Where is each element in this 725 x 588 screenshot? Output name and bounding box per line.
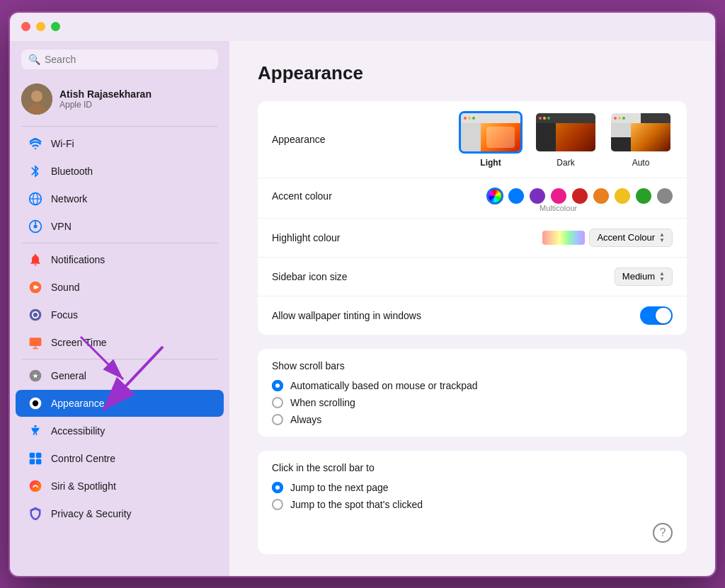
wifi-icon <box>27 135 44 152</box>
icon-size-stepper[interactable]: Medium ▲ ▼ <box>615 267 673 286</box>
sidebar-item-label: VPN <box>51 221 72 232</box>
auto-label: Auto <box>632 158 650 168</box>
sidebar-item-privacy[interactable]: Privacy & Security <box>16 500 224 527</box>
traffic-lights <box>21 22 60 31</box>
svg-rect-18 <box>30 459 35 464</box>
highlight-colour-control: Accent Colour ▲ ▼ <box>428 229 673 247</box>
sidebar-item-siri[interactable]: Siri & Spotlight <box>16 473 224 500</box>
green-swatch[interactable] <box>636 188 651 204</box>
sidebar-divider-3 <box>21 359 218 359</box>
wallpaper-tinting-toggle[interactable] <box>640 306 673 325</box>
svg-rect-17 <box>36 452 42 458</box>
sidebar-item-label: Wi-Fi <box>51 138 74 149</box>
stepper-arrows: ▲ ▼ <box>659 232 665 243</box>
avatar <box>21 83 52 115</box>
accessibility-icon <box>27 422 44 439</box>
orange-swatch[interactable] <box>593 188 609 204</box>
sidebar-item-controlcentre[interactable]: Control Centre <box>16 445 224 472</box>
main-content: Appearance Appearance <box>229 41 715 576</box>
sidebar-item-screentime[interactable]: Screen Time <box>16 329 224 356</box>
appearance-auto-option[interactable]: Auto <box>609 111 673 168</box>
yellow-swatch[interactable] <box>615 188 630 204</box>
scroll-nextpage-label: Jump to the next page <box>290 482 389 493</box>
svg-point-14 <box>33 400 38 405</box>
sidebar-item-label: Focus <box>51 309 78 321</box>
sidebar-item-accessibility[interactable]: Accessibility <box>16 417 224 444</box>
sound-icon <box>27 279 44 296</box>
sidebar-item-vpn[interactable]: VPN <box>16 213 224 240</box>
scroll-clickspot-radio[interactable] <box>272 499 283 510</box>
maximize-button[interactable] <box>51 22 60 31</box>
light-thumb <box>459 111 523 154</box>
purple-swatch[interactable] <box>530 188 545 204</box>
controlcentre-icon <box>27 450 44 467</box>
sidebar-item-label: Bluetooth <box>51 166 93 177</box>
user-subtitle: Apple ID <box>59 100 152 110</box>
vpn-icon <box>27 218 44 235</box>
search-bar[interactable]: 🔍 <box>21 50 218 69</box>
sidebar-divider-2 <box>21 243 218 243</box>
user-profile[interactable]: Atish Rajasekharan Apple ID <box>10 78 229 123</box>
sidebar-item-notifications[interactable]: Notifications <box>16 246 224 273</box>
sidebar-item-general[interactable]: General <box>16 362 224 389</box>
sidebar-item-label: Privacy & Security <box>51 508 132 519</box>
scroll-auto-radio[interactable] <box>272 380 283 391</box>
scroll-nextpage-option[interactable]: Jump to the next page <box>272 482 673 493</box>
focus-icon <box>27 306 44 323</box>
scroll-always-radio[interactable] <box>272 414 283 425</box>
sidebar-item-focus[interactable]: Focus <box>16 301 224 328</box>
search-icon: 🔍 <box>28 54 40 65</box>
sidebar-item-sound[interactable]: Sound <box>16 274 224 301</box>
help-button[interactable]: ? <box>653 523 673 543</box>
search-input[interactable] <box>45 54 211 65</box>
sidebar-item-wifi[interactable]: Wi-Fi <box>16 130 224 157</box>
titlebar <box>10 13 715 41</box>
appearance-options-control: Light <box>428 111 673 168</box>
scroll-scrolling-option[interactable]: When scrolling <box>272 397 673 408</box>
icon-stepper-arrows: ▲ ▼ <box>659 271 665 282</box>
notifications-icon <box>27 251 44 268</box>
sidebar-item-label: General <box>51 370 86 381</box>
main-window: 🔍 Atish Rajasekharan Apple ID <box>8 11 717 577</box>
red-swatch[interactable] <box>572 188 588 204</box>
blue-swatch[interactable] <box>508 188 524 204</box>
svg-rect-16 <box>30 452 35 458</box>
scroll-click-section: Click in the scroll bar to Jump to the n… <box>258 451 687 554</box>
page-title: Appearance <box>258 62 687 84</box>
sidebar-icon-size-control: Medium ▲ ▼ <box>428 267 673 286</box>
sidebar-item-network[interactable]: Network <box>16 185 224 212</box>
sidebar-item-appearance[interactable]: Appearance <box>16 390 224 417</box>
accent-colour-label: Accent colour <box>272 190 428 202</box>
sidebar-item-bluetooth[interactable]: Bluetooth <box>16 158 224 185</box>
general-icon <box>27 367 44 384</box>
wallpaper-tinting-label: Allow wallpaper tinting in windows <box>272 310 428 321</box>
user-name: Atish Rajasekharan <box>59 88 152 100</box>
graphite-swatch[interactable] <box>657 188 673 204</box>
dark-preview <box>536 113 595 151</box>
multicolor-swatch[interactable] <box>487 188 503 204</box>
appearance-dark-option[interactable]: Dark <box>534 111 598 168</box>
svg-point-7 <box>34 224 38 228</box>
sidebar-item-label: Siri & Spotlight <box>51 480 116 492</box>
sidebar-divider <box>21 126 218 127</box>
appearance-light-option[interactable]: Light <box>459 111 523 168</box>
close-button[interactable] <box>21 22 30 31</box>
scroll-always-option[interactable]: Always <box>272 414 673 425</box>
scroll-clickspot-option[interactable]: Jump to the spot that's clicked <box>272 499 673 510</box>
highlight-stepper[interactable]: Accent Colour ▲ ▼ <box>589 229 673 247</box>
wallpaper-tinting-control <box>428 306 673 325</box>
sidebar-icon-size-row: Sidebar icon size Medium ▲ ▼ <box>258 258 687 296</box>
screentime-icon <box>27 334 44 351</box>
pink-swatch[interactable] <box>551 188 566 204</box>
auto-thumb <box>609 111 673 154</box>
sidebar-item-label: Accessibility <box>51 425 105 437</box>
scroll-nextpage-radio[interactable] <box>272 482 283 493</box>
scroll-scrolling-radio[interactable] <box>272 397 283 408</box>
bluetooth-icon <box>27 163 44 180</box>
highlight-value: Accent Colour <box>597 232 655 243</box>
minimize-button[interactable] <box>36 22 45 31</box>
sidebar-item-label: Network <box>51 193 87 204</box>
scroll-auto-option[interactable]: Automatically based on mouse or trackpad <box>272 380 673 391</box>
highlight-colour-label: Highlight colour <box>272 232 428 243</box>
accent-colours-control <box>428 188 673 204</box>
